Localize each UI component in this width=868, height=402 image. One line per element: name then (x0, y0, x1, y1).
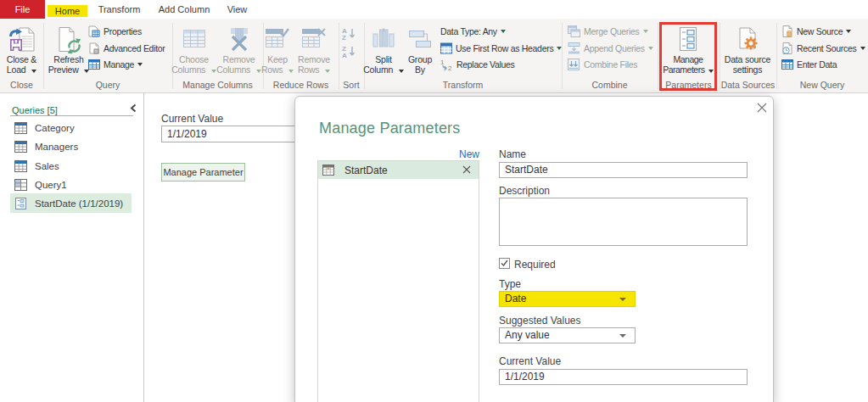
svg-text:2: 2 (448, 64, 452, 70)
svg-text:1: 1 (440, 59, 445, 66)
svg-text:A: A (342, 52, 347, 59)
svg-text:Z: Z (342, 34, 346, 41)
